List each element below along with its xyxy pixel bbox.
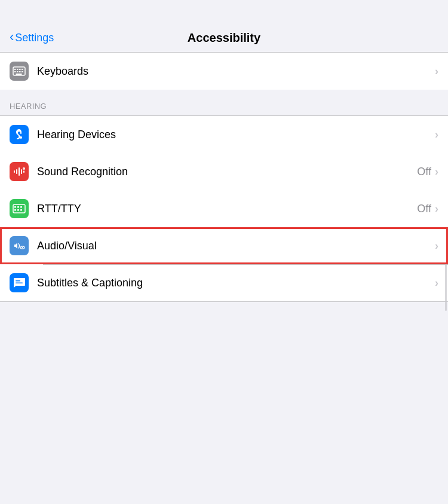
svg-rect-29 — [16, 280, 20, 282]
back-label: Settings — [15, 32, 54, 44]
audio-visual-icon — [10, 236, 29, 255]
svg-rect-30 — [16, 283, 23, 284]
svg-rect-7 — [17, 71, 19, 72]
svg-rect-23 — [20, 206, 22, 208]
sound-recognition-label: Sound Recognition — [37, 166, 417, 178]
navigation-bar: ‹ Settings Accessibility — [0, 0, 448, 53]
keyboards-label: Keyboards — [37, 65, 435, 78]
subtitles-row[interactable]: Subtitles & Captioning › — [0, 264, 448, 301]
svg-rect-25 — [17, 209, 19, 211]
hearing-devices-chevron: › — [435, 129, 438, 141]
hearing-devices-icon — [10, 125, 29, 144]
keyboards-icon — [10, 62, 29, 81]
audio-visual-chevron: › — [435, 240, 438, 252]
svg-text:!: ! — [24, 168, 24, 170]
svg-rect-20 — [13, 204, 25, 213]
rtt-tty-value: Off — [417, 203, 431, 215]
svg-rect-26 — [20, 209, 22, 211]
hearing-section-header: HEARING — [0, 90, 448, 115]
hearing-group: Hearing Devices › ! Sound Recognition Of… — [0, 115, 448, 302]
hearing-devices-row[interactable]: Hearing Devices › — [0, 116, 448, 153]
sound-recognition-chevron: › — [435, 166, 438, 178]
back-chevron-icon: ‹ — [10, 29, 14, 45]
hearing-devices-label: Hearing Devices — [37, 129, 435, 141]
back-button[interactable]: ‹ Settings — [10, 30, 54, 45]
sound-recognition-row[interactable]: ! Sound Recognition Off › — [0, 153, 448, 190]
sound-recognition-icon: ! — [10, 162, 29, 181]
keyboards-row[interactable]: Keyboards › — [0, 53, 448, 90]
keyboards-chevron: › — [435, 65, 438, 78]
svg-rect-8 — [19, 71, 21, 72]
svg-rect-12 — [19, 167, 20, 176]
rtt-tty-icon — [10, 199, 29, 218]
svg-rect-21 — [14, 206, 16, 208]
svg-rect-3 — [17, 69, 19, 70]
subtitles-chevron: › — [435, 277, 438, 289]
svg-rect-6 — [14, 71, 16, 72]
svg-rect-4 — [19, 69, 21, 70]
svg-rect-5 — [22, 69, 23, 70]
page-title: Accessibility — [188, 31, 260, 45]
keyboards-group: Keyboards › — [0, 53, 448, 90]
svg-rect-9 — [22, 71, 23, 72]
svg-rect-24 — [14, 209, 16, 211]
sound-recognition-value: Off — [417, 166, 431, 178]
audio-visual-label: Audio/Visual — [37, 240, 435, 252]
subtitles-icon — [10, 273, 29, 292]
svg-point-28 — [22, 247, 23, 248]
subtitles-label: Subtitles & Captioning — [37, 277, 435, 289]
svg-rect-22 — [17, 206, 19, 208]
rtt-tty-row[interactable]: RTT/TTY Off › — [0, 190, 448, 227]
svg-point-11 — [20, 136, 22, 139]
svg-rect-13 — [16, 169, 17, 174]
svg-rect-15 — [14, 170, 15, 173]
rtt-tty-label: RTT/TTY — [37, 203, 417, 215]
audio-visual-row[interactable]: Audio/Visual › — [0, 227, 448, 264]
svg-rect-2 — [14, 69, 16, 70]
svg-rect-16 — [23, 170, 24, 173]
rtt-tty-chevron: › — [435, 203, 438, 215]
svg-rect-14 — [21, 169, 22, 174]
svg-rect-10 — [16, 74, 22, 75]
